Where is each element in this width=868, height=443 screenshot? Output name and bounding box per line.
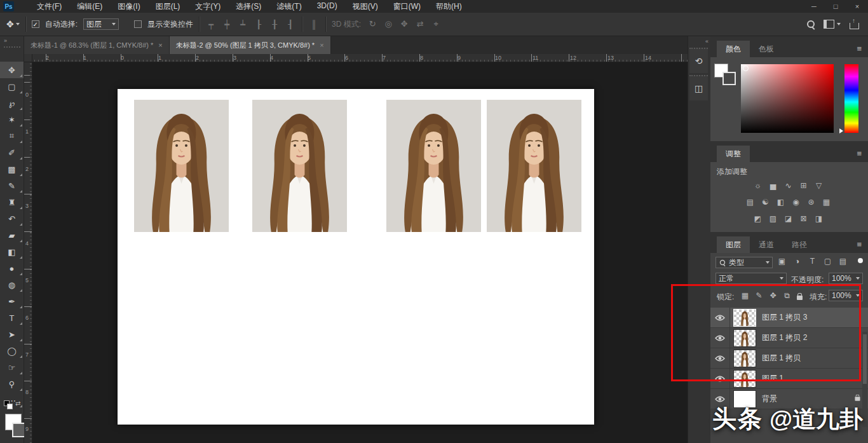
3d-slide-icon[interactable]: ⇄ bbox=[414, 19, 426, 29]
restore-button[interactable]: □ bbox=[825, 3, 846, 10]
align-horizontal-centers-icon[interactable]: ╂ bbox=[269, 20, 280, 29]
clone-stamp-tool[interactable]: ♜ bbox=[0, 194, 24, 210]
crop-tool[interactable]: ⌗ bbox=[0, 128, 24, 144]
filter-smart-objects-icon[interactable]: ▤ bbox=[837, 257, 848, 266]
hue-marker[interactable] bbox=[839, 128, 843, 133]
pen-tool[interactable]: ✒ bbox=[0, 293, 24, 310]
filter-adjustment-layers-icon[interactable]: ◑ bbox=[792, 257, 803, 266]
layers-scrollbar[interactable] bbox=[862, 332, 867, 427]
type-tool[interactable]: T bbox=[0, 310, 24, 326]
default-colors-icon-bg[interactable] bbox=[7, 404, 13, 409]
hue-strip[interactable] bbox=[844, 64, 858, 133]
menu-help[interactable]: 帮助(H) bbox=[428, 0, 470, 13]
magic-wand-tool[interactable]: ✶ bbox=[0, 111, 24, 128]
menu-view[interactable]: 视图(V) bbox=[345, 0, 386, 13]
distribute-icon[interactable]: ║ bbox=[308, 20, 320, 29]
search-icon[interactable] bbox=[807, 20, 815, 28]
menu-edit[interactable]: 编辑(E) bbox=[69, 0, 110, 13]
marquee-tool[interactable]: ▢ bbox=[0, 78, 24, 95]
brightness-contrast-icon[interactable]: ☼ bbox=[751, 179, 764, 191]
channel-mixer-icon[interactable]: ⊛ bbox=[804, 196, 818, 208]
filter-type-layers-icon[interactable]: T bbox=[807, 257, 818, 266]
tab-swatches[interactable]: 色板 bbox=[750, 41, 783, 57]
ellipse-tool[interactable]: ◯ bbox=[0, 343, 24, 359]
layer-filter-kind-dropdown[interactable]: 类型 bbox=[715, 257, 773, 268]
collapse-toolbar-icon[interactable]: » bbox=[4, 37, 6, 44]
brush-tool[interactable]: ✎ bbox=[0, 177, 24, 194]
filter-pixel-layers-icon[interactable]: ▣ bbox=[776, 257, 787, 266]
menu-3d[interactable]: 3D(D) bbox=[309, 0, 345, 13]
history-brush-tool[interactable]: ↶ bbox=[0, 210, 24, 227]
auto-select-target-dropdown[interactable]: 图层 bbox=[83, 18, 119, 30]
align-right-edges-icon[interactable]: ┨ bbox=[285, 20, 296, 29]
document-canvas[interactable] bbox=[118, 89, 594, 425]
document-tab[interactable]: 未标题-2 @ 50% (图层 1 拷贝 3, CMYK/8#) * × bbox=[170, 36, 331, 54]
gradient-tool[interactable]: ◧ bbox=[0, 243, 24, 260]
invert-icon[interactable]: ◩ bbox=[751, 212, 764, 224]
3d-roll-icon[interactable]: ◎ bbox=[383, 19, 394, 29]
menu-type[interactable]: 文字(Y) bbox=[187, 0, 228, 13]
eyedropper-tool[interactable]: ✐ bbox=[0, 144, 24, 161]
opacity-dropdown[interactable]: 100% bbox=[829, 273, 863, 284]
color-marker[interactable] bbox=[743, 65, 749, 71]
panel-menu-icon[interactable]: ≡ bbox=[857, 149, 862, 158]
path-selection-tool[interactable]: ➤ bbox=[0, 326, 24, 343]
history-panel-icon[interactable]: ⟲ bbox=[689, 48, 708, 73]
tab-channels[interactable]: 通道 bbox=[750, 236, 783, 253]
properties-panel-icon[interactable]: ◫ bbox=[689, 75, 708, 100]
hue-saturation-icon[interactable]: ▤ bbox=[743, 196, 757, 208]
tab-layers[interactable]: 图层 bbox=[717, 236, 750, 253]
expand-panels-icon[interactable]: « bbox=[705, 38, 708, 44]
healing-brush-tool[interactable]: ▩ bbox=[0, 161, 24, 177]
posterize-icon[interactable]: ▨ bbox=[766, 212, 780, 224]
panel-menu-icon[interactable]: ≡ bbox=[857, 44, 862, 53]
threshold-icon[interactable]: ◪ bbox=[782, 212, 795, 224]
hand-tool[interactable]: ☞ bbox=[0, 359, 24, 376]
close-button[interactable]: × bbox=[846, 3, 868, 10]
menu-filter[interactable]: 滤镜(T) bbox=[269, 0, 309, 13]
menu-select[interactable]: 选择(S) bbox=[228, 0, 269, 13]
workspace-switcher[interactable] bbox=[824, 20, 841, 29]
swap-colors-icon[interactable]: ⇄ bbox=[15, 400, 20, 407]
black-white-icon[interactable]: ◧ bbox=[774, 196, 787, 208]
tab-close-icon[interactable]: × bbox=[320, 41, 323, 49]
3d-pan-icon[interactable]: ✥ bbox=[398, 19, 410, 29]
tab-adjustments[interactable]: 调整 bbox=[717, 146, 750, 162]
minimize-button[interactable]: ─ bbox=[803, 3, 825, 10]
share-icon[interactable] bbox=[850, 23, 859, 29]
color-lookup-icon[interactable]: ▦ bbox=[820, 196, 833, 208]
exposure-icon[interactable]: ⊞ bbox=[797, 179, 810, 191]
tab-close-icon[interactable]: × bbox=[158, 41, 162, 49]
levels-icon[interactable]: ▅ bbox=[766, 179, 780, 191]
document-tab[interactable]: 未标题-1 @ 68.3% (图层 1, CMYK/8#) * × bbox=[24, 36, 170, 54]
saturation-brightness-box[interactable] bbox=[741, 64, 834, 133]
zoom-tool[interactable]: ⚲ bbox=[0, 376, 24, 392]
curves-icon[interactable]: ∿ bbox=[782, 179, 795, 191]
blend-mode-dropdown[interactable]: 正常 bbox=[715, 273, 787, 284]
dodge-tool[interactable]: ◍ bbox=[0, 276, 24, 293]
tab-paths[interactable]: 路径 bbox=[783, 236, 816, 253]
panel-menu-icon[interactable]: ≡ bbox=[857, 240, 862, 249]
menu-layer[interactable]: 图层(L) bbox=[148, 0, 188, 13]
align-top-edges-icon[interactable]: ┯ bbox=[205, 20, 217, 29]
gradient-map-icon[interactable]: ◨ bbox=[812, 212, 825, 224]
show-transform-controls-checkbox[interactable] bbox=[134, 20, 142, 28]
menu-window[interactable]: 窗口(W) bbox=[386, 0, 428, 13]
toolbar-grip[interactable] bbox=[4, 46, 20, 48]
color-balance-icon[interactable]: ☯ bbox=[759, 196, 772, 208]
align-left-edges-icon[interactable]: ┠ bbox=[253, 20, 264, 29]
filter-shape-layers-icon[interactable]: ▢ bbox=[822, 257, 833, 266]
menu-file[interactable]: 文件(F) bbox=[29, 0, 69, 13]
align-bottom-edges-icon[interactable]: ┷ bbox=[237, 20, 248, 29]
canvas-area[interactable] bbox=[32, 62, 688, 443]
current-tool-preview[interactable]: ✥ bbox=[6, 19, 20, 29]
eraser-tool[interactable]: ▰ bbox=[0, 227, 24, 243]
lasso-tool[interactable]: ℘ bbox=[0, 95, 24, 111]
tab-color[interactable]: 颜色 bbox=[717, 41, 750, 57]
3d-zoom-camera-icon[interactable]: ⌖ bbox=[430, 19, 442, 29]
3d-orbit-icon[interactable]: ↻ bbox=[367, 19, 378, 29]
auto-select-checkbox[interactable]: ✓ bbox=[32, 20, 39, 28]
background-color-swatch[interactable] bbox=[722, 72, 736, 85]
move-tool[interactable]: ✥ bbox=[0, 62, 24, 78]
vibrance-icon[interactable]: ▽ bbox=[812, 179, 825, 191]
